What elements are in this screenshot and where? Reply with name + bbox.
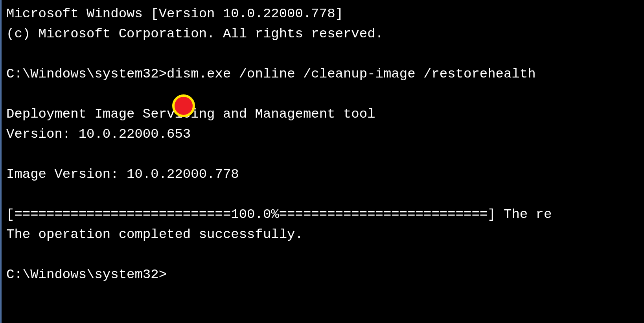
command-text: dism.exe /online /cleanup-image /restore…	[167, 66, 536, 81]
terminal-output[interactable]: Microsoft Windows [Version 10.0.22000.77…	[6, 4, 644, 285]
image-version-line: Image Version: 10.0.22000.778	[6, 164, 644, 185]
progress-bar-line: [===========================100.0%======…	[6, 205, 644, 225]
blank-line	[6, 185, 644, 205]
blank-line	[6, 245, 644, 265]
completion-status-line: The operation completed successfully.	[6, 225, 644, 245]
command-line: C:\Windows\system32>dism.exe /online /cl…	[6, 64, 644, 84]
prompt-line[interactable]: C:\Windows\system32>	[6, 265, 644, 285]
blank-line	[6, 84, 644, 104]
blank-line	[6, 144, 644, 164]
blank-line	[6, 44, 644, 64]
cursor-highlight-icon	[172, 94, 195, 117]
dism-title-line: Deployment Image Servicing and Managemen…	[6, 104, 644, 124]
copyright-line: (c) Microsoft Corporation. All rights re…	[6, 24, 644, 44]
windows-version-line: Microsoft Windows [Version 10.0.22000.77…	[6, 4, 644, 24]
dism-version-line: Version: 10.0.22000.653	[6, 124, 644, 144]
prompt-text: C:\Windows\system32>	[6, 66, 167, 81]
